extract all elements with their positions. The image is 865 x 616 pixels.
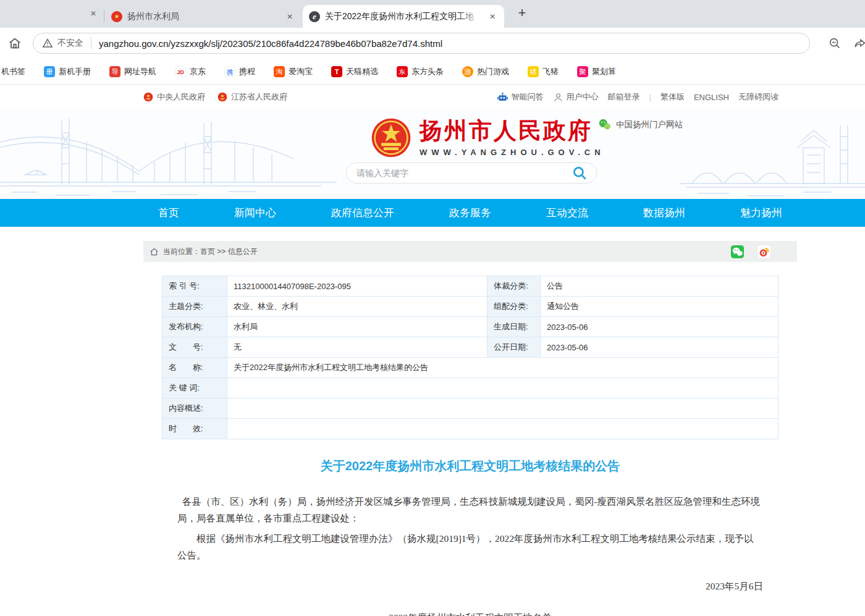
bookmark-item[interactable]: T 天猫精选: [331, 66, 378, 77]
bookmark-favicon: T: [331, 66, 342, 77]
utility-bar: 中央人民政府 江苏省人民政府 智能问答: [0, 85, 865, 109]
nav-item-charm[interactable]: 魅力扬州: [740, 206, 782, 220]
meta-value: 关于2022年度扬州市水利工程文明工地考核结果的公告: [227, 358, 778, 378]
nav-item-interaction[interactable]: 互动交流: [546, 206, 588, 220]
bookmark-favicon: 聚: [577, 66, 588, 77]
meta-label: 公开日期:: [487, 337, 541, 358]
bookmark-favicon: 册: [44, 66, 55, 77]
tab-separator: [104, 10, 104, 22]
meta-label: 内容概述:: [162, 399, 227, 419]
bookmark-item[interactable]: 淘 爱淘宝: [274, 66, 313, 77]
table-row: 发布机构: 水利局 生成日期: 2023-05-06: [162, 317, 778, 337]
national-emblem-icon: [371, 117, 411, 158]
portal-note[interactable]: 中国扬州门户网站: [598, 118, 683, 131]
nav-item-info-disclosure[interactable]: 政府信息公开: [331, 206, 394, 220]
mail-login-link[interactable]: 邮箱登录: [608, 91, 640, 103]
meta-label: 关 键 词:: [162, 378, 227, 399]
accessibility-link[interactable]: 无障碍阅读: [738, 91, 778, 103]
site-search: [346, 162, 597, 184]
nav-item-news[interactable]: 新闻中心: [234, 206, 276, 220]
bookmark-item[interactable]: 猪 飞猪: [528, 66, 559, 77]
gov-emblem-icon: [143, 92, 153, 102]
bookmark-favicon: 导: [109, 66, 120, 77]
nav-item-home[interactable]: 首页: [158, 206, 179, 220]
article-body: 关于2022年度扬州市水利工程文明工地考核结果的公告 各县（市、区）水利（务）局…: [143, 458, 797, 616]
site-name: 扬州市人民政府: [420, 119, 605, 144]
traditional-label: 繁体版: [660, 91, 685, 103]
article-paragraph: 各县（市、区）水利（务）局，扬州经济开发区城乡事务管理局，生态科技新城规划建设局…: [177, 493, 763, 526]
bookmark-favicon: 携: [224, 66, 235, 77]
meta-value: 农业、林业、水利: [227, 297, 487, 317]
bookmark-item[interactable]: 聚 聚划算: [577, 66, 616, 77]
meta-label: 时 效:: [162, 419, 227, 439]
wechat-icon: [598, 118, 611, 131]
bookmark-item[interactable]: 机书签: [1, 66, 25, 77]
url-field[interactable]: 不安全 yangzhou.gov.cn/yzszxxgk/slj/202305/…: [33, 33, 810, 54]
nav-item-data[interactable]: 数据扬州: [643, 206, 685, 220]
bookmark-item[interactable]: JD 京东: [175, 66, 206, 77]
wechat-share-icon[interactable]: [730, 245, 745, 259]
list-section-title: 2022年度扬州市水利工程文明工地名单: [177, 612, 763, 616]
article-title: 关于2022年度扬州市水利工程文明工地考核结果的公告: [177, 458, 763, 475]
security-label: 不安全: [57, 38, 83, 49]
not-secure-warning-icon: [42, 38, 53, 49]
bookmark-item[interactable]: 携 携程: [224, 66, 255, 77]
gov-emblem-icon: [217, 92, 227, 102]
bookmark-item[interactable]: 导 网址导航: [109, 66, 156, 77]
bookmarks-bar: 机书签 册 新机手册 导 网址导航 JD 京东 携 携程 淘 爱淘宝 T 天猫精…: [0, 59, 865, 85]
meta-label: 主题分类:: [162, 297, 227, 317]
person-icon: [553, 92, 563, 103]
tab-close-icon[interactable]: ✕: [487, 11, 498, 22]
bookmark-label: 东方头条: [411, 66, 444, 77]
jiangsu-gov-link[interactable]: 江苏省人民政府: [217, 91, 287, 103]
central-gov-label: 中央人民政府: [157, 91, 205, 103]
breadcrumb-links[interactable]: 当前位置：首页 >> 信息公开: [163, 247, 258, 257]
table-row: 名 称: 关于2022年度扬州市水利工程文明工地考核结果的公告: [162, 358, 778, 378]
bookmark-label: 爱淘宝: [289, 66, 313, 77]
site-url: WWW.YANGZHOU.GOV.CN: [420, 148, 605, 157]
bookmark-favicon: 东: [397, 66, 408, 77]
smart-qa-link[interactable]: 智能问答: [497, 91, 544, 103]
search-input[interactable]: [355, 167, 572, 179]
nav-item-services[interactable]: 政务服务: [449, 206, 491, 220]
breadcrumb: 当前位置：首页 >> 信息公开: [143, 241, 797, 262]
bookmark-favicon: JD: [175, 66, 186, 77]
portal-label: 中国扬州门户网站: [616, 119, 683, 130]
search-icon[interactable]: [572, 165, 588, 181]
table-row: 主题分类: 农业、林业、水利 组配分类: 通知公告: [162, 297, 778, 317]
user-center-label: 用户中心: [567, 91, 599, 103]
home-icon: [150, 247, 159, 256]
bookmark-label: 机书签: [1, 66, 25, 77]
site-logo[interactable]: 扬州市人民政府 WWW.YANGZHOU.GOV.CN: [371, 117, 605, 158]
tab-shuiliju[interactable]: ★ 扬州市水利局 ✕: [105, 5, 302, 28]
user-center-link[interactable]: 用户中心: [553, 91, 599, 103]
bookmark-label: 热门游戏: [477, 66, 509, 77]
traditional-version-link[interactable]: 繁体版: [660, 91, 685, 103]
bookmark-favicon: 猪: [528, 66, 539, 77]
english-version-link[interactable]: ENGLISH: [694, 93, 729, 102]
tab-announcement[interactable]: e 关于2022年度扬州市水利工程文明工地 ✕: [303, 5, 504, 28]
main-nav: 首页 新闻中心 政府信息公开 政务服务 互动交流 数据扬州 魅力扬州: [0, 199, 865, 227]
meta-value: 11321000014407098E-2023-095: [227, 276, 487, 297]
new-tab-button[interactable]: +: [513, 4, 531, 23]
tab-close-icon[interactable]: ✕: [284, 11, 295, 22]
home-icon[interactable]: [8, 36, 22, 50]
tab-title: 扬州市水利局: [127, 11, 279, 22]
share-icon[interactable]: [853, 36, 865, 50]
central-gov-link[interactable]: 中央人民政府: [143, 91, 205, 103]
tab-close-icon[interactable]: ✕: [88, 8, 99, 19]
mail-login-label: 邮箱登录: [608, 91, 640, 103]
pill-divider: [91, 37, 91, 49]
smart-qa-label: 智能问答: [512, 91, 544, 103]
tab-title: 关于2022年度扬州市水利工程文明工地: [325, 11, 482, 22]
document-meta-table: 索 引 号: 11321000014407098E-2023-095 体裁分类:…: [162, 276, 778, 439]
meta-value: 2023-05-06: [541, 337, 778, 358]
zoom-out-icon[interactable]: [828, 36, 842, 50]
utility-divider: |: [649, 93, 651, 102]
meta-value: 公告: [541, 276, 778, 297]
bookmark-item[interactable]: 东 东方头条: [397, 66, 444, 77]
bookmark-item[interactable]: 册 新机手册: [44, 66, 91, 77]
bookmark-item[interactable]: 游 热门游戏: [462, 66, 509, 77]
weibo-share-icon[interactable]: [757, 245, 771, 259]
bookmark-label: 京东: [190, 66, 206, 77]
